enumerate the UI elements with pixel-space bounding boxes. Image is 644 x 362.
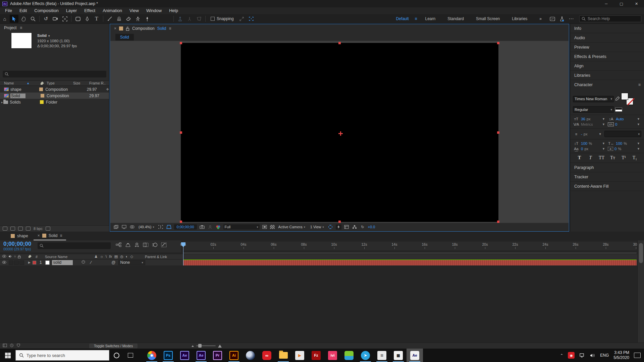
taskbar-app-cinema4d[interactable] — [242, 349, 259, 362]
leading-value[interactable]: Auto — [616, 117, 624, 121]
draft-3d-icon[interactable] — [125, 242, 131, 248]
motion-blur-column-icon[interactable]: ◎ — [120, 254, 123, 259]
brush-tool-icon[interactable] — [105, 15, 114, 23]
parent-link-column[interactable]: Parent & Link — [139, 255, 167, 259]
horizontal-scale-dropdown-icon[interactable]: ▼ — [637, 142, 640, 145]
beta-flask-icon[interactable] — [557, 15, 566, 23]
timeline-panel-menu-icon[interactable]: ≡ — [60, 233, 62, 238]
timeline-current-time[interactable]: 0;00;00;00 — [3, 241, 31, 247]
fast-previews-icon[interactable] — [336, 225, 341, 230]
menu-file[interactable]: File — [1, 7, 16, 14]
frame-blending-icon[interactable] — [143, 242, 149, 248]
all-caps-button[interactable]: TT — [598, 155, 605, 161]
menu-window[interactable]: Window — [143, 7, 165, 14]
timeline-scrollbar[interactable] — [637, 240, 644, 343]
taskbar-search-input[interactable]: Type here to search — [15, 350, 109, 361]
taskbar-app-illustrator[interactable]: Ai — [226, 349, 242, 362]
motion-blur-icon[interactable] — [152, 242, 158, 248]
fill-color-swatch[interactable] — [621, 93, 628, 100]
mask-visibility-icon[interactable] — [166, 225, 172, 230]
clone-stamp-tool-icon[interactable] — [115, 15, 123, 23]
workspace-overflow-icon[interactable]: » — [539, 16, 542, 21]
panel-tracker[interactable]: Tracker — [570, 172, 644, 182]
taskbar-app-calculator[interactable]: ▦ — [390, 349, 407, 362]
stroke-width-value[interactable]: - — [581, 132, 582, 136]
language-indicator[interactable]: ENG — [600, 353, 609, 358]
vertical-scale-dropdown-icon[interactable]: ▼ — [602, 142, 605, 145]
network-icon[interactable] — [579, 353, 585, 358]
render-time-icon[interactable] — [10, 344, 14, 348]
adjustment-column-icon[interactable]: ◐ — [126, 254, 128, 259]
hide-shy-layers-icon[interactable] — [134, 242, 140, 248]
tracking-value[interactable]: 0 — [615, 122, 617, 126]
taskbar-app-photoshop[interactable]: Ps — [160, 349, 176, 362]
volume-icon[interactable] — [590, 353, 595, 358]
minimize-button[interactable]: ─ — [599, 0, 614, 7]
workspace-menu-icon[interactable]: ≡ — [415, 16, 417, 21]
shy-column-icon[interactable]: ♟ — [94, 254, 98, 259]
collapse-column-icon[interactable]: ☼ — [100, 254, 103, 259]
taskbar-app-filezilla[interactable]: Fz — [308, 349, 324, 362]
column-label-icon[interactable] — [38, 81, 47, 85]
font-size-value[interactable]: 36 — [581, 117, 585, 121]
label-color-swatch[interactable] — [40, 100, 44, 104]
channels-icon[interactable] — [215, 225, 221, 230]
snapshot-camera-icon[interactable] — [199, 225, 205, 230]
project-row-shape[interactable]: shape Composition 29.97 ❖ — [0, 86, 109, 93]
frame-blend-column-icon[interactable]: ▤ — [114, 254, 118, 259]
project-search-input[interactable] — [3, 71, 106, 77]
label-color-swatch[interactable] — [39, 87, 43, 91]
taskbar-app-aftereffects-1[interactable]: Ae — [176, 349, 193, 362]
3d-view-select[interactable]: Active Camera▾ — [277, 224, 307, 230]
menu-view[interactable]: View — [126, 7, 143, 14]
tracking-dropdown-icon[interactable]: ▼ — [637, 123, 640, 126]
superscript-button[interactable]: T¹ — [621, 155, 627, 161]
transform-handle[interactable] — [180, 221, 182, 223]
solo-icon[interactable]: ○ — [14, 255, 16, 258]
font-size-dropdown-icon[interactable]: ▼ — [602, 117, 605, 121]
taskbar-clock[interactable]: 3:43 PM 5/5/2020 — [613, 350, 629, 360]
vertical-scale-value[interactable]: 100 — [581, 141, 587, 145]
workspace-small-screen[interactable]: Small Screen — [476, 16, 500, 21]
preview-name-dropdown-icon[interactable]: ▼ — [48, 35, 50, 38]
start-button[interactable] — [0, 349, 15, 362]
timeline-button-icon[interactable] — [344, 225, 350, 230]
timeline-ruler[interactable]: 00s 02s 04s 06s 08s 10s 12s 14s 16s 18s … — [183, 242, 637, 250]
reset-exposure-icon[interactable]: ↻ — [360, 225, 366, 230]
composition-current-time[interactable]: 0;00;00;00 — [174, 224, 197, 230]
composition-tab-close-icon[interactable]: × — [114, 26, 116, 31]
show-snapshot-icon[interactable] — [207, 225, 213, 230]
quality-column-icon[interactable]: \ — [106, 254, 107, 259]
transform-handle[interactable] — [180, 131, 182, 134]
fill-stroke-swatches[interactable] — [621, 93, 633, 105]
solo-toggle-box[interactable] — [14, 260, 19, 265]
composition-marker-icon[interactable] — [16, 344, 20, 348]
local-axis-mode-icon[interactable] — [176, 15, 184, 23]
new-composition-icon[interactable] — [18, 227, 23, 231]
panel-info[interactable]: Info — [570, 24, 644, 33]
mini-flowchart-icon[interactable] — [116, 242, 122, 248]
menu-animation[interactable]: Animation — [99, 7, 126, 14]
panel-audio[interactable]: Audio — [570, 33, 644, 43]
column-name[interactable]: Name ▲ — [0, 81, 38, 85]
scrollbar-thumb[interactable] — [639, 243, 643, 263]
composition-subtab-solid[interactable]: Solid — [115, 34, 134, 41]
small-caps-button[interactable]: Tᴛ — [609, 155, 616, 161]
tab-close-icon[interactable]: × — [38, 233, 40, 238]
snap-distance-icon[interactable] — [237, 15, 246, 23]
layer-expand-icon[interactable]: ▶ — [28, 261, 31, 264]
horizontal-scale-value[interactable]: 100 — [616, 141, 622, 145]
type-tool-icon[interactable]: T — [92, 15, 101, 23]
source-name-column[interactable]: Source Name — [45, 255, 89, 259]
3d-column-icon[interactable]: ◇ — [130, 254, 133, 259]
parent-pickwhip-icon[interactable]: @ — [111, 260, 115, 265]
always-preview-icon[interactable] — [113, 225, 119, 230]
puppet-pin-tool-icon[interactable] — [143, 15, 152, 23]
more-options-icon[interactable]: ⋯ — [567, 15, 576, 23]
graph-editor-icon[interactable] — [161, 242, 167, 248]
panel-effects-presets[interactable]: Effects & Presets — [570, 52, 644, 61]
rotate-tool-icon[interactable]: ↺ — [42, 15, 50, 23]
expand-in-out-icon[interactable] — [3, 344, 7, 348]
primary-viewer-icon[interactable] — [121, 225, 127, 230]
kerning-dropdown-icon[interactable]: ▼ — [602, 123, 605, 126]
